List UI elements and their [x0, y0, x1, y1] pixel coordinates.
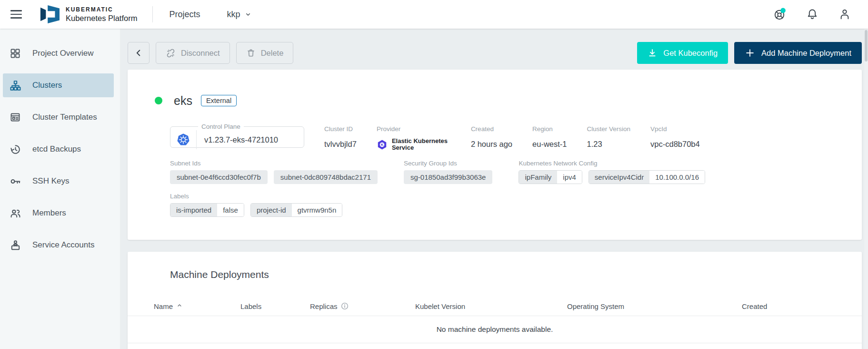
- project-selector-dropdown[interactable]: kkp: [227, 10, 252, 20]
- back-icon: [133, 48, 144, 58]
- cluster-name: eks: [174, 94, 192, 108]
- kubernetes-icon: [170, 130, 197, 149]
- security-group-ids-label: Security Group Ids: [404, 160, 492, 167]
- machine-deployments-title: Machine Deployments: [170, 269, 862, 280]
- sidebar-item-label: Members: [32, 208, 66, 218]
- detail-vpc-id: VpcId vpc-cd8b70b4: [650, 123, 700, 149]
- subnet-ids-group: Subnet Ids subnet-0e4f6ccd30fec0f7b subn…: [170, 160, 378, 184]
- delete-button[interactable]: Delete: [236, 42, 294, 64]
- cluster-tree-icon: [9, 79, 21, 92]
- sidebar-item-label: Clusters: [32, 81, 62, 90]
- brand-name: KUBERMATIC: [66, 6, 137, 13]
- network-config-label: Kubernetes Network Config: [519, 160, 705, 167]
- subnet-ids-label: Subnet Ids: [170, 160, 378, 167]
- get-kubeconfig-button[interactable]: Get Kubeconfig: [637, 42, 728, 64]
- detail-value: 2 hours ago: [471, 140, 512, 149]
- control-plane-field: Control Plane v1.23.7-eks-472101: [170, 123, 304, 148]
- label-chip: project-id gtvrmw9n5n: [250, 203, 342, 217]
- sort-asc-icon: [177, 303, 182, 308]
- chip-value: ipv4: [557, 171, 582, 184]
- detail-created: Created 2 hours ago: [471, 123, 512, 149]
- menu-icon[interactable]: [10, 7, 25, 21]
- column-header-labels: Labels: [240, 302, 310, 310]
- chevron-down-icon: [244, 10, 252, 18]
- provider-value: K Elastic Kubernetes Service: [377, 138, 451, 151]
- kubermatic-logo-mark: [39, 4, 60, 24]
- kubermatic-app: KUBERMATIC Kubernetes Platform Projects …: [0, 0, 868, 349]
- table-header-row: Name Labels Replicas Ku: [128, 297, 862, 316]
- chip-value: gtvrmw9n5n: [292, 204, 342, 216]
- chip-key: is-imported: [170, 204, 217, 216]
- scrollbar-thumb[interactable]: [865, 30, 868, 62]
- sidebar-item-project-overview[interactable]: Project Overview: [3, 41, 114, 65]
- user-icon[interactable]: [838, 7, 852, 21]
- sidebar-item-cluster-templates[interactable]: Cluster Templates: [3, 105, 114, 129]
- nav-projects-link[interactable]: Projects: [169, 10, 200, 20]
- detail-region: Region eu-west-1: [532, 123, 567, 149]
- chip-key: project-id: [251, 204, 292, 216]
- info-icon[interactable]: [341, 302, 349, 310]
- notification-dot: [780, 8, 786, 13]
- sidebar-item-label: Service Accounts: [32, 240, 94, 250]
- grid-icon: [9, 47, 21, 60]
- link-off-icon: [166, 48, 176, 58]
- brand-text: KUBERMATIC Kubernetes Platform: [66, 6, 137, 23]
- column-label: Name: [154, 302, 173, 310]
- notifications-bell-icon[interactable]: [805, 7, 819, 21]
- eks-provider-icon: K: [377, 139, 388, 151]
- detail-cluster-version: Cluster Version 1.23: [587, 123, 630, 149]
- disconnect-button[interactable]: Disconnect: [156, 42, 230, 64]
- cluster-toolbar: Disconnect Delete Get Kubeconfig: [128, 42, 862, 64]
- labels-label: Labels: [170, 193, 848, 200]
- brand-subtitle: Kubernetes Platform: [66, 14, 137, 23]
- trash-icon: [246, 48, 256, 58]
- detail-label: Provider: [377, 125, 451, 133]
- main-content: Disconnect Delete Get Kubeconfig: [120, 29, 868, 349]
- security-group-ids-group: Security Group Ids sg-01850ad3f99b3063e: [404, 160, 492, 184]
- column-header-replicas: Replicas: [310, 302, 415, 310]
- machine-deployments-table: Name Labels Replicas Ku: [128, 297, 862, 343]
- network-section: Subnet Ids subnet-0e4f6ccd30fec0f7b subn…: [170, 160, 848, 184]
- sidebar-item-label: SSH Keys: [32, 176, 69, 186]
- column-header-kubelet-version: Kubelet Version: [415, 302, 567, 310]
- sidebar-item-etcd-backups[interactable]: etcd Backups: [3, 137, 114, 161]
- template-icon: [9, 111, 21, 123]
- detail-value: vpc-cd8b70b4: [650, 140, 700, 149]
- column-header-operating-system: Operating System: [567, 302, 742, 310]
- detail-label: VpcId: [650, 125, 700, 133]
- network-config-group: Kubernetes Network Config ipFamily ipv4 …: [519, 160, 705, 184]
- navbar-divider: [152, 6, 153, 22]
- detail-label: Region: [532, 125, 567, 133]
- security-group-chip: sg-01850ad3f99b3063e: [404, 170, 492, 184]
- sidebar: Project Overview Clusters: [0, 29, 120, 349]
- cluster-detail-card: eks External Control Plane: [128, 70, 862, 240]
- sidebar-item-ssh-keys[interactable]: SSH Keys: [3, 169, 114, 193]
- detail-label: Cluster Version: [587, 125, 630, 133]
- detail-label: Created: [471, 125, 512, 133]
- column-label: Replicas: [310, 302, 338, 310]
- control-plane-version: v1.23.7-eks-4721010: [197, 135, 278, 144]
- machine-deployments-card: Machine Deployments Name Labels Replicas: [128, 252, 862, 349]
- detail-label: Cluster ID: [324, 125, 357, 133]
- community-wheel-icon[interactable]: [773, 7, 787, 21]
- provider-name: Elastic Kubernetes Service: [392, 138, 451, 151]
- column-header-name[interactable]: Name: [154, 302, 240, 310]
- sidebar-item-clusters[interactable]: Clusters: [3, 73, 114, 97]
- back-button[interactable]: [128, 42, 150, 64]
- sidebar-item-members[interactable]: Members: [3, 201, 114, 225]
- detail-value: eu-west-1: [532, 140, 567, 149]
- disconnect-label: Disconnect: [181, 49, 220, 58]
- add-machine-deployment-button[interactable]: Add Machine Deployment: [734, 42, 862, 64]
- plus-icon: [745, 48, 755, 58]
- chip-key: ipFamily: [519, 171, 557, 184]
- sidebar-item-label: Cluster Templates: [32, 113, 97, 122]
- sidebar-item-label: etcd Backups: [32, 144, 81, 154]
- sidebar-item-service-accounts[interactable]: Service Accounts: [3, 233, 114, 257]
- column-header-created: Created: [742, 302, 848, 310]
- detail-provider: Provider K Elastic Kubernetes Service: [377, 123, 451, 151]
- top-navbar: KUBERMATIC Kubernetes Platform Projects …: [0, 0, 868, 29]
- kubermatic-logo[interactable]: KUBERMATIC Kubernetes Platform: [39, 4, 137, 24]
- chip-key: serviceIpv4Cidr: [589, 171, 649, 184]
- people-icon: [9, 207, 21, 219]
- chip-value: 10.100.0.0/16: [649, 171, 705, 184]
